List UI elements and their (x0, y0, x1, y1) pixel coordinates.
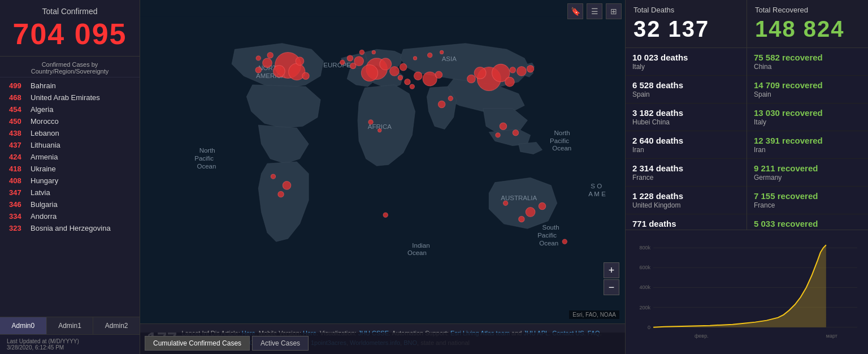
svg-point-32 (438, 101, 445, 108)
death-country: Hubei China (632, 118, 740, 126)
country-count: 424 (9, 153, 31, 161)
country-count: 454 (9, 105, 31, 114)
map-tab-cumulative[interactable]: Cumulative Confirmed Cases (145, 336, 250, 351)
svg-point-18 (467, 75, 476, 83)
bookmark-icon[interactable]: 🔖 (567, 3, 583, 19)
map-tab-active[interactable]: Active Cases (252, 336, 309, 351)
recovered-number-item: 14 709 recovered (754, 80, 861, 90)
country-count: 468 (9, 93, 31, 102)
country-name: Lebanon (31, 129, 59, 137)
svg-point-20 (517, 67, 527, 76)
recovered-country: China (754, 63, 861, 71)
country-item[interactable]: 438Lebanon (0, 127, 140, 139)
north-pacific-label3: Ocean (552, 145, 571, 152)
death-item: 6 528 deathsSpain (626, 76, 747, 103)
recovered-item: 75 582 recoveredChina (747, 48, 868, 76)
chart-fill (653, 245, 826, 327)
country-count: 408 (9, 176, 31, 185)
country-item[interactable]: 450Morocco (0, 115, 140, 127)
map-attribution: Esri, FAO, NOAA (569, 310, 619, 319)
grid-icon[interactable]: ⊞ (606, 3, 622, 19)
country-name: Algeria (31, 105, 53, 114)
admin-tab-2[interactable]: Admin2 (93, 317, 140, 334)
svg-text:200k: 200k (640, 305, 651, 310)
world-map-svg: EUROPE ASIA AFRICA NORTH AMERICA AUSTRAL… (140, 0, 625, 323)
svg-text:март: март (826, 333, 837, 339)
recovered-item: 9 211 recoveredGermany (747, 159, 868, 187)
death-number: 2 640 deaths (632, 136, 740, 145)
death-country: Italy (632, 63, 740, 71)
country-item[interactable]: 408Hungary (0, 175, 140, 187)
svg-point-52 (383, 213, 388, 217)
country-item[interactable]: 468United Arab Emirates (0, 92, 140, 103)
country-item[interactable]: 418Ukraine (0, 163, 140, 175)
list-icon[interactable]: ☰ (587, 3, 602, 19)
admin-tabs: Admin0 Admin1 Admin2 (0, 317, 140, 334)
s-america-label: S O (591, 183, 602, 189)
death-country: United Kingdom (632, 201, 740, 209)
svg-point-2 (380, 58, 392, 70)
country-name: Andorra (31, 212, 57, 221)
recovered-item: 12 391 recoveredIran (747, 131, 868, 159)
recovered-item: 14 709 recoveredSpain (747, 76, 868, 103)
country-list[interactable]: 499Bahrain468United Arab Emirates454Alge… (0, 77, 140, 317)
admin-tab-1[interactable]: Admin1 (47, 317, 94, 334)
svg-point-19 (510, 67, 515, 73)
death-item: 3 182 deathsHubei China (626, 103, 747, 131)
svg-point-37 (526, 208, 535, 217)
country-count: 347 (9, 188, 31, 197)
recovered-panel: Total Recovered 148 824 (747, 0, 868, 48)
country-item[interactable]: 454Algeria (0, 103, 140, 115)
svg-point-26 (296, 57, 304, 66)
svg-point-25 (263, 58, 272, 68)
svg-point-48 (413, 57, 416, 60)
svg-point-24 (273, 65, 285, 77)
recovered-number-item: 9 211 recovered (754, 163, 861, 173)
svg-point-43 (271, 174, 275, 179)
country-item[interactable]: 323Bosnia and Herzegovina (0, 222, 140, 234)
svg-text:800k: 800k (640, 245, 651, 251)
death-number: 6 528 deaths (632, 80, 740, 90)
country-name: Armenia (31, 153, 58, 161)
svg-point-28 (255, 67, 261, 73)
recovered-number-item: 75 582 recovered (754, 53, 861, 62)
svg-point-35 (513, 129, 518, 135)
s-america-label2: A M E (588, 191, 606, 197)
country-name: Bulgaria (31, 200, 58, 209)
country-item[interactable]: 499Bahrain (0, 80, 140, 92)
country-item[interactable]: 346Bulgaria (0, 198, 140, 210)
asia-label: ASIA (442, 55, 457, 62)
map-toolbar: 🔖 ☰ ⊞ (567, 3, 622, 19)
deaths-list: 10 023 deathsItaly6 528 deathsSpain3 182… (626, 48, 747, 230)
svg-point-36 (496, 133, 500, 137)
country-count: 450 (9, 117, 31, 126)
svg-point-10 (372, 50, 375, 54)
north-pacific-left-label3: Ocean (197, 163, 216, 170)
country-item[interactable]: 437Lithuania (0, 139, 140, 151)
last-updated-label: Last Updated at (M/D/YYYY) (7, 338, 133, 344)
admin-tab-0[interactable]: Admin0 (0, 317, 47, 334)
recovered-title: Total Recovered (755, 6, 860, 14)
recovered-number-item: 7 155 recovered (754, 191, 861, 201)
zoom-in-button[interactable]: + (604, 262, 619, 278)
recovered-list: 75 582 recoveredChina14 709 recoveredSpa… (747, 48, 868, 230)
country-count: 438 (9, 129, 31, 137)
map-area[interactable]: EUROPE ASIA AFRICA NORTH AMERICA AUSTRAL… (140, 0, 625, 323)
country-count: 499 (9, 81, 31, 90)
confirmed-by-country-label: Confirmed Cases byCountry/Region/Soverei… (0, 57, 140, 77)
zoom-out-button[interactable]: − (604, 279, 619, 295)
svg-point-16 (474, 67, 486, 79)
total-confirmed-box: Total Confirmed 704 095 (0, 0, 140, 57)
country-item[interactable]: 424Armenia (0, 151, 140, 163)
recovered-item: 13 030 recoveredItaly (747, 103, 868, 131)
deaths-panel: Total Deaths 32 137 (626, 0, 747, 48)
country-name: Lithuania (31, 141, 60, 149)
north-pacific-left-label: North (199, 147, 215, 154)
country-item[interactable]: 334Andorra (0, 210, 140, 222)
country-item[interactable]: 347Latvia (0, 187, 140, 198)
australia-label: AUSTRALIA (501, 195, 537, 201)
svg-point-40 (503, 201, 507, 205)
svg-point-31 (410, 84, 414, 89)
svg-point-45 (378, 128, 381, 132)
indian-ocean-label: Indian (412, 242, 429, 249)
